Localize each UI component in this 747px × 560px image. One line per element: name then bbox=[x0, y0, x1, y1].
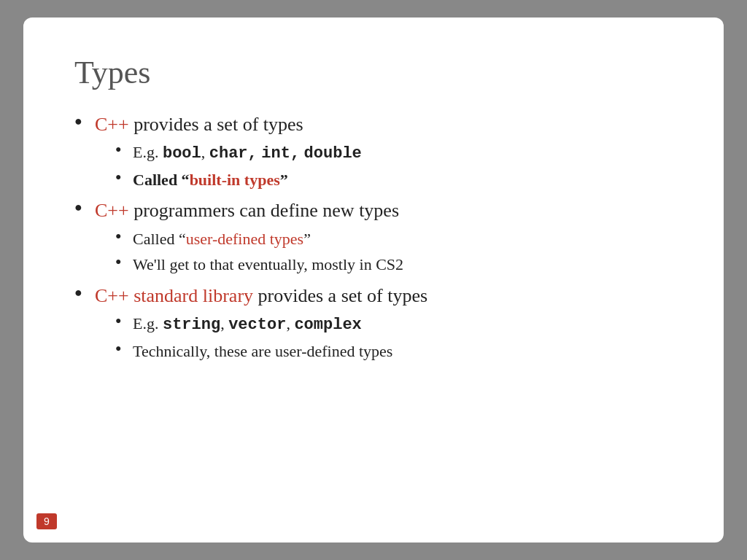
cpp-label-1: C++ bbox=[95, 114, 129, 135]
bullet-3-sub-1: E.g. string, vector, complex bbox=[115, 313, 673, 336]
slide-content: C++ provides a set of types E.g. bool, c… bbox=[74, 112, 673, 506]
called-label-1: Called “ bbox=[133, 171, 190, 189]
slide-number: 9 bbox=[36, 513, 57, 529]
int-kw: int, bbox=[261, 144, 300, 163]
sep-a: , bbox=[220, 314, 228, 332]
bullet-1-sub-1: E.g. bool, char, int, double bbox=[115, 141, 673, 165]
main-list: C++ provides a set of types E.g. bool, c… bbox=[74, 112, 673, 362]
bullet-2-sub-2: We'll get to that eventually, mostly in … bbox=[115, 254, 673, 276]
string-kw: string bbox=[163, 316, 220, 334]
bullet-2-sublist: Called “user-defined types” We'll get to… bbox=[115, 228, 673, 276]
bullet-2: C++ programmers can define new types Cal… bbox=[74, 198, 673, 275]
bullet-3: C++ standard library provides a set of t… bbox=[74, 283, 673, 362]
user-defined-types-label: user-defined types bbox=[186, 230, 303, 248]
char-kw: char, bbox=[209, 144, 258, 163]
called-label-2: Called “ bbox=[133, 230, 186, 248]
bullet-1-text: provides a set of types bbox=[129, 114, 303, 135]
bullet-2-sub-1: Called “user-defined types” bbox=[115, 228, 673, 250]
cpp-label-2: C++ bbox=[95, 200, 129, 221]
sep1: , bbox=[201, 143, 209, 161]
bullet-3-text: provides a set of types bbox=[253, 285, 427, 306]
slide-title: Types bbox=[74, 54, 673, 91]
bullet-2-text: programmers can define new types bbox=[129, 200, 399, 221]
bullet-1-sublist: E.g. bool, char, int, double Called “bui… bbox=[115, 141, 673, 190]
built-in-types-label: built-in types bbox=[190, 171, 280, 189]
cpp-label-3: C++ standard library bbox=[95, 285, 253, 306]
eg-label-2: E.g. bbox=[133, 314, 163, 332]
bullet-1: C++ provides a set of types E.g. bool, c… bbox=[74, 112, 673, 190]
eg-label: E.g. bbox=[133, 143, 163, 161]
complex-kw: complex bbox=[294, 316, 361, 334]
bullet-3-sublist: E.g. string, vector, complex Technically… bbox=[115, 313, 673, 362]
slide: Types C++ provides a set of types E.g. b… bbox=[23, 18, 724, 542]
close-quote-2: ” bbox=[303, 230, 311, 248]
bullet-3-sub-2: Technically, these are user-defined type… bbox=[115, 341, 673, 362]
close-quote-1: ” bbox=[280, 171, 288, 189]
bool-kw: bool bbox=[163, 144, 201, 163]
bullet-1-sub-2: Called “built-in types” bbox=[115, 169, 673, 191]
vector-kw: vector bbox=[228, 316, 286, 334]
sep-b: , bbox=[286, 314, 294, 332]
double-kw: double bbox=[304, 144, 362, 163]
